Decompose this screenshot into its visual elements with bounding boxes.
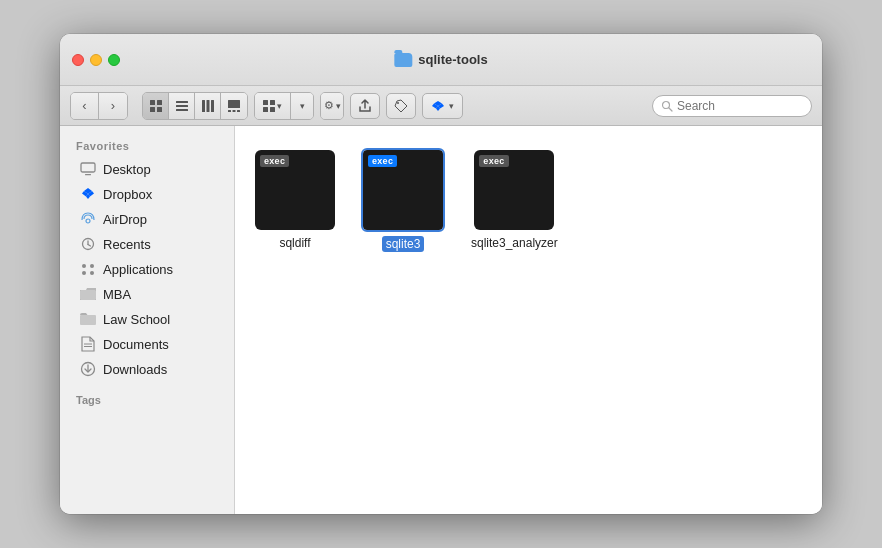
sidebar-item-applications[interactable]: Applications xyxy=(64,257,230,281)
sidebar-label-desktop: Desktop xyxy=(103,162,151,177)
file-item-sqlite3-analyzer[interactable]: exec sqlite3_analyzer xyxy=(467,146,562,254)
forward-button[interactable]: › xyxy=(99,93,127,119)
file-label-sqlite3: sqlite3 xyxy=(382,236,425,252)
share-icon xyxy=(358,99,372,113)
desktop-icon xyxy=(80,161,96,177)
file-label-sqldiff: sqldiff xyxy=(279,236,310,250)
svg-point-36 xyxy=(90,264,94,268)
dropbox-button-group[interactable]: ▾ xyxy=(422,93,463,119)
sidebar-item-recents[interactable]: Recents xyxy=(64,232,230,256)
view-gallery-button[interactable] xyxy=(221,93,247,119)
sidebar-item-dropbox[interactable]: Dropbox xyxy=(64,182,230,206)
dropbox-arrow: ▾ xyxy=(449,101,454,111)
exec-badge-sqlite3: exec xyxy=(368,155,397,167)
svg-rect-8 xyxy=(206,100,209,112)
file-label-sqlite3-analyzer: sqlite3_analyzer xyxy=(471,236,558,250)
search-icon xyxy=(661,100,673,112)
search-box[interactable] xyxy=(652,95,812,117)
svg-rect-13 xyxy=(237,110,240,112)
svg-rect-5 xyxy=(176,105,188,107)
svg-rect-7 xyxy=(202,100,205,112)
view-group xyxy=(142,92,248,120)
svg-rect-12 xyxy=(233,110,236,112)
sidebar-item-mba[interactable]: MBA xyxy=(64,282,230,306)
traffic-lights xyxy=(72,54,120,66)
svg-rect-17 xyxy=(270,107,275,112)
svg-rect-40 xyxy=(80,315,96,325)
svg-rect-3 xyxy=(157,107,162,112)
view-icon-button[interactable] xyxy=(143,93,169,119)
svg-point-37 xyxy=(82,271,86,275)
sidebar-label-applications: Applications xyxy=(103,262,173,277)
sidebar-label-airdrop: AirDrop xyxy=(103,212,147,227)
sidebar-item-airdrop[interactable]: AirDrop xyxy=(64,207,230,231)
file-icon-sqlite3-analyzer: exec xyxy=(474,150,554,230)
tag-button[interactable] xyxy=(386,93,416,119)
svg-rect-25 xyxy=(81,163,95,172)
exec-badge-sqlite3-analyzer: exec xyxy=(479,155,508,167)
sidebar-item-lawschool[interactable]: Law School xyxy=(64,307,230,331)
exec-badge-sqldiff: exec xyxy=(260,155,289,167)
list-icon xyxy=(175,99,189,113)
svg-rect-0 xyxy=(150,100,155,105)
svg-rect-39 xyxy=(80,290,96,300)
favorites-header: Favorites xyxy=(60,136,234,156)
sidebar-label-dropbox: Dropbox xyxy=(103,187,152,202)
file-icon-sqlite3: exec xyxy=(363,150,443,230)
tag-icon xyxy=(394,99,408,113)
svg-point-38 xyxy=(90,271,94,275)
svg-rect-6 xyxy=(176,109,188,111)
applications-icon xyxy=(80,261,96,277)
action-button-group: ⚙ ▾ xyxy=(320,92,344,120)
sidebar-label-lawschool: Law School xyxy=(103,312,170,327)
maximize-button[interactable] xyxy=(108,54,120,66)
airdrop-icon xyxy=(80,211,96,227)
folder-icon xyxy=(394,53,412,67)
group-button-group: ▾ ▾ xyxy=(254,92,314,120)
tags-header: Tags xyxy=(60,382,234,410)
column-icon xyxy=(201,99,215,113)
sidebar-item-documents[interactable]: Documents xyxy=(64,332,230,356)
sidebar-label-mba: MBA xyxy=(103,287,131,302)
title-text: sqlite-tools xyxy=(418,52,487,67)
svg-rect-14 xyxy=(263,100,268,105)
dropdown-arrow: ▾ xyxy=(300,101,305,111)
action-button[interactable]: ⚙ ▾ xyxy=(321,93,343,119)
view-list-button[interactable] xyxy=(169,93,195,119)
sidebar: Favorites Desktop xyxy=(60,126,235,514)
svg-point-31 xyxy=(86,219,90,223)
group-arrow-button[interactable]: ▾ xyxy=(291,93,313,119)
main-content: Favorites Desktop xyxy=(60,126,822,514)
svg-rect-15 xyxy=(270,100,275,105)
back-button[interactable]: ‹ xyxy=(71,93,99,119)
search-input[interactable] xyxy=(677,99,797,113)
dropbox-sidebar-icon xyxy=(80,186,96,202)
dropbox-icon xyxy=(431,99,445,113)
file-icon-sqldiff: exec xyxy=(255,150,335,230)
svg-rect-4 xyxy=(176,101,188,103)
finder-window: sqlite-tools ‹ › xyxy=(60,34,822,514)
minimize-button[interactable] xyxy=(90,54,102,66)
file-item-sqldiff[interactable]: exec sqldiff xyxy=(251,146,339,254)
svg-rect-26 xyxy=(85,174,91,175)
view-column-button[interactable] xyxy=(195,93,221,119)
grid-icon xyxy=(149,99,163,113)
documents-icon xyxy=(80,336,96,352)
close-button[interactable] xyxy=(72,54,84,66)
svg-point-18 xyxy=(397,102,399,104)
share-button[interactable] xyxy=(350,93,380,119)
svg-rect-11 xyxy=(228,110,231,112)
sidebar-label-documents: Documents xyxy=(103,337,169,352)
svg-rect-16 xyxy=(263,107,268,112)
window-title: sqlite-tools xyxy=(394,52,487,67)
svg-rect-1 xyxy=(157,100,162,105)
group-arrow: ▾ xyxy=(277,101,282,111)
toolbar: ‹ › xyxy=(60,86,822,126)
recents-icon xyxy=(80,236,96,252)
file-item-sqlite3[interactable]: exec sqlite3 xyxy=(359,146,447,256)
svg-point-35 xyxy=(82,264,86,268)
sidebar-item-desktop[interactable]: Desktop xyxy=(64,157,230,181)
sidebar-item-downloads[interactable]: Downloads xyxy=(64,357,230,381)
folder-mba-icon xyxy=(80,286,96,302)
group-by-button[interactable]: ▾ xyxy=(255,93,291,119)
